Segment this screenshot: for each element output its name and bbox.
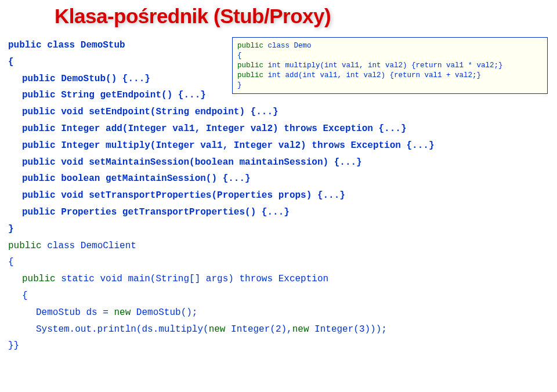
stub-l11: public Properties getTransportProperties… <box>8 204 549 221</box>
client-code-block: public class DemoClient { public static … <box>8 238 549 355</box>
stub-l5: public void setEndpoint(String endpoint)… <box>8 104 549 121</box>
box-line-3: public int multiply(int val1, int val2) … <box>237 61 542 71</box>
stub-l10: public void setTransportProperties(Prope… <box>8 187 549 204</box>
box-line-4: public int add(int val1, int val2) {retu… <box>237 71 542 81</box>
stub-l1: public class DemoStub <box>8 40 125 50</box>
stub-l6: public Integer add(Integer val1, Integer… <box>8 121 549 137</box>
box-line-5: } <box>237 81 542 90</box>
box-line-2: { <box>237 51 542 61</box>
demo-class-box: public class Demo { public int multiply(… <box>232 37 548 94</box>
stub-l2: { <box>8 57 14 67</box>
stub-l12: } <box>8 224 14 234</box>
client-l5: DemoStub ds = new DemoStub(); <box>8 304 549 321</box>
box-line-1: public class Demo <box>237 41 542 51</box>
client-l4: { <box>8 288 549 304</box>
stub-l9: public boolean getMaintainSession() {...… <box>8 170 549 187</box>
client-l7: }} <box>8 340 19 351</box>
stub-l7: public Integer multiply(Integer val1, In… <box>8 137 549 154</box>
client-l1: public class DemoClient <box>8 241 136 251</box>
client-l3: public static void main(String[] args) t… <box>8 271 549 288</box>
slide-title: Klasa-pośrednik (Stub/Proxy) <box>55 5 549 28</box>
client-l2: { <box>8 257 14 267</box>
client-l6: System.out.println(ds.multiply(new Integ… <box>8 321 549 338</box>
stub-l8: public void setMaintainSession(boolean m… <box>8 154 549 171</box>
